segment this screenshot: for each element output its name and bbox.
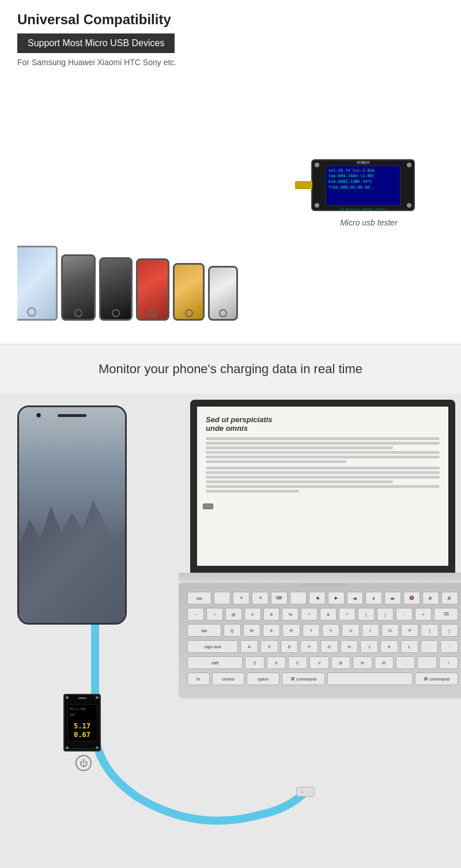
screw-tr <box>407 163 411 167</box>
tester-body: ATORCH Vol:28.7V Cur:2.02A Cap:000.16Ah … <box>311 159 415 211</box>
tester-display-main: 5.170.67 <box>69 717 96 740</box>
screw-br <box>407 203 411 208</box>
doc-title-fake: Sed ut perspiciatisunde omnis <box>206 415 440 433</box>
section-universal-compatibility: Universal Compatibility Support Most Mic… <box>0 0 461 344</box>
compatibility-badge: Support Most Micro USB Devices <box>17 33 175 53</box>
devices-image-area: ATORCH Vol:28.7V Cur:2.02A Cap:000.16Ah … <box>17 78 444 344</box>
tester-on-cable: ATORCH Micro USB OUT 5.170.67 QI Wireles… <box>63 694 104 769</box>
key-shift-left: shift <box>187 656 243 669</box>
key-option: option <box>247 672 279 685</box>
keyboard-row-6: fn control option ⌘ command ⌘ command <box>187 672 458 685</box>
power-symbol: ⏻ <box>80 758 88 768</box>
phone-screen <box>19 407 125 623</box>
tester-screen: Vol:28.7V Cur:2.02A Cap:000.16Ah (1.00) … <box>326 166 400 206</box>
power-icon: ⏻ <box>75 755 92 771</box>
usb-plug <box>295 181 312 189</box>
keyboard-row-4: caps lock A S D F G H J K L ; ' <box>187 640 458 653</box>
screw-tl <box>315 163 319 167</box>
svg-rect-0 <box>297 787 314 796</box>
tester-device: ATORCH Vol:28.7V Cur:2.02A Cap:000.16Ah … <box>311 159 426 227</box>
charging-scene: ⚡ ATORCH Micro USB OUT 5 <box>0 394 461 868</box>
laptop-screen-content: Sed ut perspiciatisunde omnis <box>197 407 448 566</box>
laptop-container: Sed ut perspiciatisunde omnis <box>173 400 461 757</box>
screw-bl <box>315 203 319 208</box>
screw-s-tl <box>66 696 69 699</box>
key-fn: fn <box>187 672 210 685</box>
device-lineup <box>17 246 238 321</box>
key-caps: caps lock <box>187 640 238 653</box>
laptop-keyboard: esc ☀ ☀ ⌨ ◀ ▶ ⏮ ⏸ ⏭ 🔇 🔉 🔊 ~ <box>179 583 461 698</box>
screw-s-tr <box>96 696 99 699</box>
section-monitor: Monitor your phone's charging data in re… <box>0 344 461 868</box>
tester-brand-label: ATORCH <box>357 160 369 164</box>
key-esc: esc <box>187 592 211 604</box>
device-phone-4 <box>173 263 205 321</box>
svg-text:⚡: ⚡ <box>301 790 304 795</box>
main-phone <box>17 405 127 625</box>
tester-small-text: Micro USB <box>69 706 96 712</box>
monitor-title: Monitor your phone's charging data in re… <box>0 362 461 377</box>
tester-qi-label: QI Wireless Charger Tester <box>341 207 386 211</box>
tester-screen-text: Vol:28.7V Cur:2.02A Cap:000.16Ah (1.00) … <box>328 168 398 191</box>
qi-label-small: QI Wireless Charger Tester <box>69 747 96 750</box>
doc-line <box>206 437 440 440</box>
building-silhouette <box>19 407 125 623</box>
tester-label: Micro usb tester <box>311 218 426 227</box>
tester-screen-small: Micro USB OUT 5.170.67 <box>67 704 97 742</box>
keyboard-row-5: shift Z X C V B N M , . / <box>187 656 458 669</box>
keyboard-row-2: ~ ! @ # $ % ^ & * ( ) - + ⌫ <box>187 608 458 621</box>
keyboard-row-1: esc ☀ ☀ ⌨ ◀ ▶ ⏮ ⏸ ⏭ 🔇 🔉 🔊 <box>187 592 458 604</box>
laptop-usb-port <box>203 503 213 509</box>
device-phone-5 <box>208 266 238 321</box>
keyboard-row-3: tab Q W E R T Y U I O P [ ] <box>187 624 458 637</box>
laptop-hinge <box>179 573 461 583</box>
key-space <box>327 672 413 685</box>
device-phone-2 <box>99 257 133 321</box>
key-control: control <box>212 672 245 685</box>
key-command-left: ⌘ command <box>282 672 325 685</box>
device-tablet <box>17 246 58 321</box>
section-title: Universal Compatibility <box>17 12 444 28</box>
subtitle-text: For Samsung Huawei Xiaomi HTC Sony etc. <box>17 58 444 67</box>
atorch-label: ATORCH <box>78 697 86 700</box>
key-tab: tab <box>187 624 221 637</box>
key-command-right: ⌘ command <box>415 672 458 685</box>
device-phone-3 <box>136 258 169 321</box>
laptop-screen: Sed ut perspiciatisunde omnis <box>190 400 455 573</box>
screw-s-br <box>96 746 99 749</box>
tester-body-small: ATORCH Micro USB OUT 5.170.67 QI Wireles… <box>63 694 101 751</box>
device-phone-1 <box>61 254 96 321</box>
